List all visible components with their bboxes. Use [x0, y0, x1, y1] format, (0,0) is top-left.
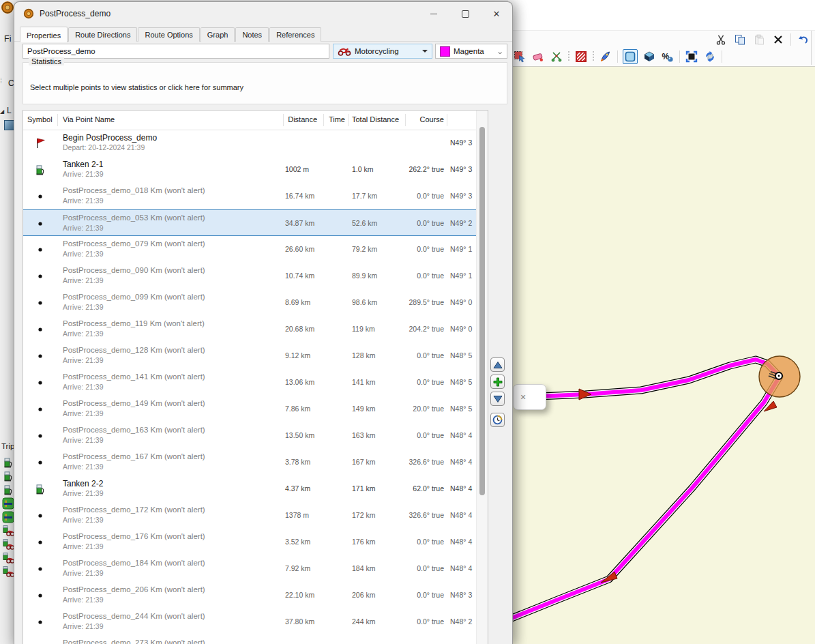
col-time[interactable]: Time — [299, 115, 345, 123]
table-row[interactable]: PostProcess_demo_172 Km (won't alert)Arr… — [23, 502, 477, 529]
clipped-toolbar-button[interactable]: C — [8, 78, 14, 88]
map-canvas[interactable] — [508, 66, 815, 644]
coordinate-value: N49° 2 — [450, 219, 477, 227]
table-row[interactable]: Tanken 2-2Arrive: 21:394.37 km171 km62.0… — [23, 475, 477, 502]
fuel-icon[interactable] — [1, 456, 14, 469]
fit-screen-icon[interactable] — [685, 50, 698, 63]
table-header[interactable]: Symbol Via Point Name Distance Time Tota… — [23, 111, 477, 130]
insert-point-button[interactable] — [490, 375, 505, 389]
coordinate-value: N48° 4 — [450, 431, 477, 439]
distance-value: 7.86 km — [285, 405, 310, 413]
table-row[interactable]: PostProcess_demo_141 Km (won't alert)Arr… — [23, 369, 477, 396]
table-row[interactable]: PostProcess_demo_184 Km (won't alert)Arr… — [23, 555, 477, 582]
paste-icon[interactable] — [752, 33, 766, 46]
fuel-moto-icon[interactable] — [1, 524, 14, 537]
table-row[interactable]: PostProcess_demo_128 Km (won't alert)Arr… — [23, 342, 477, 369]
coordinate-value: N48° 4 — [450, 484, 477, 493]
dialog-titlebar[interactable]: PostProcess_demo ✕ — [14, 2, 512, 25]
tab-properties[interactable]: Properties — [20, 27, 68, 42]
maximize-button[interactable] — [449, 2, 481, 25]
move-up-button[interactable] — [490, 357, 505, 372]
delete-icon[interactable] — [771, 33, 785, 46]
time-button[interactable] — [490, 413, 505, 427]
cut-icon[interactable] — [714, 33, 728, 46]
toolbar-separator — [679, 50, 680, 63]
col-course[interactable]: Course — [391, 115, 444, 123]
table-row[interactable]: PostProcess_demo_206 Km (won't alert)Arr… — [23, 582, 477, 609]
rocket-icon[interactable] — [599, 50, 612, 63]
distance-value: 8.69 km — [285, 298, 310, 306]
copy-icon[interactable] — [733, 33, 747, 46]
close-button[interactable]: ✕ — [481, 2, 512, 25]
activity-profile-value: Motorcycling — [355, 47, 399, 55]
fuel-icon[interactable] — [1, 483, 14, 496]
table-row[interactable]: PostProcess_demo_149 Km (won't alert)Arr… — [23, 396, 477, 422]
tab-references[interactable]: References — [269, 27, 321, 42]
distance-value: 34.87 km — [285, 219, 314, 227]
tab-route-options[interactable]: Route Options — [138, 27, 199, 42]
fuel-moto-icon[interactable] — [1, 538, 14, 551]
minimize-button[interactable] — [418, 2, 449, 25]
bench-icon[interactable] — [1, 497, 14, 510]
scrollbar-thumb[interactable] — [479, 127, 485, 495]
table-row[interactable]: PostProcess_demo_099 Km (won't alert)Arr… — [23, 289, 477, 316]
distance-value: 20.68 km — [285, 325, 314, 333]
coordinate-value: N49° 3 — [450, 165, 477, 173]
table-row[interactable]: Begin PostProcess_demoDepart: 20-12-2024… — [23, 130, 477, 156]
activity-profile-dropdown[interactable]: Motorcycling — [333, 44, 432, 59]
popup-close-icon[interactable]: × — [520, 392, 526, 402]
sync-grid-icon[interactable] — [703, 50, 717, 63]
map-tools-toolbar: % — [513, 48, 722, 65]
total-distance-value: 17.7 km — [352, 192, 377, 200]
bench-icon[interactable] — [1, 510, 14, 523]
tab-notes[interactable]: Notes — [235, 27, 269, 42]
table-row[interactable]: Tanken 2-1Arrive: 21:391002 m1.0 km262.2… — [23, 156, 477, 183]
table-row[interactable]: PostProcess_demo_053 Km (won't alert)Arr… — [23, 209, 477, 236]
course-value: 0.0° true — [391, 351, 444, 360]
table-row[interactable]: PostProcess_demo_244 Km (won't alert)Arr… — [23, 609, 477, 635]
dot-icon — [23, 555, 57, 582]
table-row[interactable]: PostProcess_demo_018 Km (won't alert)Arr… — [23, 183, 477, 209]
fuel-moto-icon[interactable] — [1, 551, 14, 564]
tree-expander-icon[interactable]: ◢ — [0, 108, 4, 115]
tab-graph[interactable]: Graph — [201, 27, 235, 42]
table-row[interactable]: PostProcess_demo_119 Km (won't alert)Arr… — [23, 316, 477, 342]
hatch-region-icon[interactable] — [574, 50, 588, 63]
statistics-summary-link[interactable]: Select multiple points to view statistic… — [30, 83, 243, 91]
split-route-icon[interactable] — [550, 50, 563, 63]
route-inner-casing — [508, 360, 780, 620]
fuel-icon[interactable] — [1, 469, 14, 482]
toolbar-separator — [790, 33, 791, 46]
selection-rect-icon[interactable] — [623, 49, 638, 64]
route-name-input[interactable] — [23, 44, 329, 59]
col-via-point-name[interactable]: Via Point Name — [63, 115, 115, 123]
fuel-moto-icon[interactable] — [1, 565, 14, 578]
table-scrollbar[interactable] — [476, 111, 488, 644]
move-down-button[interactable] — [490, 392, 505, 406]
tab-route-directions[interactable]: Route Directions — [68, 27, 137, 42]
tree-item-label[interactable]: L — [7, 106, 12, 115]
dot-icon — [23, 582, 57, 609]
select-area-icon[interactable] — [513, 50, 527, 63]
undo-icon[interactable] — [797, 33, 810, 46]
plus-icon — [492, 377, 503, 387]
percent-sphere-icon[interactable]: % — [661, 50, 675, 63]
map-thumbnail-icon[interactable] — [4, 120, 14, 130]
via-point-arrival: Arrive: 21:39 — [63, 383, 104, 391]
table-row[interactable]: PostProcess_demo_167 Km (won't alert)Arr… — [23, 449, 477, 475]
table-row[interactable]: PostProcess_demo_273 Km (won't alert)Arr… — [23, 635, 477, 644]
file-menu[interactable]: Fi — [4, 34, 11, 44]
table-row[interactable]: PostProcess_demo_163 Km (won't alert)Arr… — [23, 422, 477, 449]
via-point-arrival: Arrive: 21:39 — [63, 622, 104, 630]
cube-3d-icon[interactable] — [642, 50, 656, 63]
distance-value: 10.74 km — [285, 272, 314, 280]
col-symbol[interactable]: Symbol — [27, 115, 53, 123]
table-row[interactable]: PostProcess_demo_176 Km (won't alert)Arr… — [23, 529, 477, 555]
route-color-dropdown[interactable]: Magenta ⌄ — [435, 44, 507, 59]
distance-value: 7.92 km — [285, 564, 310, 572]
triangle-up-icon — [492, 360, 503, 370]
table-row[interactable]: PostProcess_demo_090 Km (won't alert)Arr… — [23, 263, 477, 289]
eraser-icon[interactable] — [531, 50, 545, 63]
dot-icon — [23, 396, 57, 422]
table-row[interactable]: PostProcess_demo_079 Km (won't alert)Arr… — [23, 236, 477, 263]
